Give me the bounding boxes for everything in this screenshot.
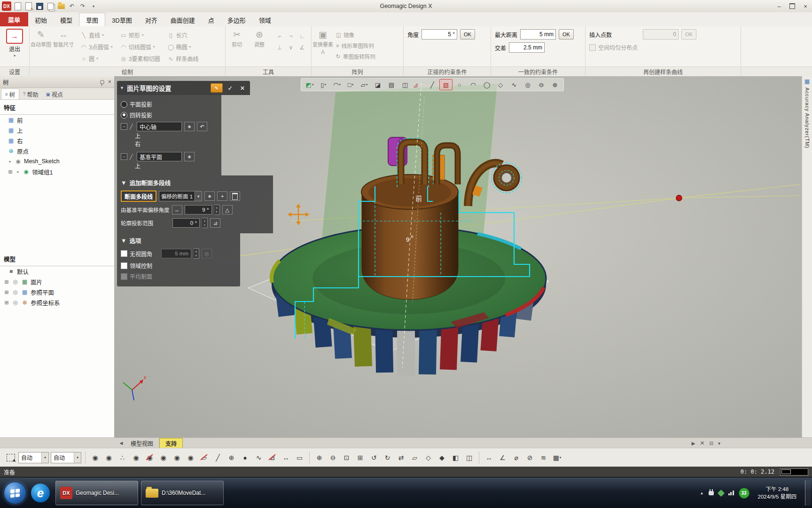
tab-3dsketch[interactable]: 3D草图 bbox=[105, 13, 139, 26]
tab-initial[interactable]: 初始 bbox=[28, 13, 54, 26]
average-section-checkbox[interactable] bbox=[121, 273, 127, 280]
tab-model[interactable]: 模型 bbox=[54, 13, 79, 26]
toggle-axis-visibility-icon[interactable]: ╱ bbox=[212, 452, 224, 463]
respline-ok-button[interactable]: OK bbox=[681, 29, 696, 40]
selection-mode-dropdown[interactable]: 自动▾ bbox=[51, 452, 81, 463]
line-snap-icon[interactable]: ╱ bbox=[426, 79, 439, 90]
undo-axis-button[interactable]: ↶ bbox=[197, 122, 207, 131]
tab-align[interactable]: 对齐 bbox=[139, 13, 164, 26]
region-control-checkbox[interactable] bbox=[121, 262, 127, 269]
split-view-icon[interactable]: ⊟ bbox=[710, 441, 713, 446]
offset-section-dropdown[interactable]: 偏移的断面 1 ▼ bbox=[159, 191, 202, 201]
previous-view-icon[interactable]: ↺ bbox=[368, 452, 380, 463]
plane-view-icon[interactable]: ▱▾ bbox=[358, 79, 371, 90]
add-section-button[interactable]: + bbox=[217, 191, 227, 201]
axis-entity-2[interactable]: 右 bbox=[117, 141, 221, 149]
arc-view-icon[interactable]: ◠▾ bbox=[330, 79, 344, 90]
toggle-label-visibility-icon[interactable]: ▭ bbox=[294, 452, 305, 463]
tab-polygon[interactable]: 多边形 bbox=[221, 13, 252, 26]
transform-entities-button[interactable]: ▣ 变换要素 A bbox=[312, 30, 334, 66]
smart-dimension-button[interactable]: ↔ 智能尺寸 bbox=[52, 30, 75, 66]
network-icon[interactable] bbox=[728, 491, 734, 495]
line-tool[interactable]: ╲直线▾ bbox=[80, 29, 113, 41]
auto-sketch-button[interactable]: ✎ 自动草图 bbox=[30, 30, 52, 66]
tree-item-ref-planes[interactable]: ⊞◎▦参照平面 bbox=[0, 287, 114, 297]
extend-icon[interactable]: ¬ bbox=[286, 31, 296, 41]
tree-item-mesh[interactable]: ⊞◎▦面片 bbox=[0, 277, 114, 287]
start-button[interactable] bbox=[4, 482, 26, 504]
redo-icon[interactable]: ↷ bbox=[78, 2, 87, 10]
radio-plane-projection[interactable] bbox=[121, 101, 127, 108]
zoom-in-icon[interactable]: ⊕ bbox=[313, 452, 325, 463]
toggle-solid-visibility-icon[interactable]: ◉ bbox=[185, 452, 196, 463]
quick-access-caret-icon[interactable]: ▾ bbox=[89, 2, 98, 10]
tab-tree[interactable]: ≡树 bbox=[1, 88, 19, 99]
right-plane-icon[interactable]: ◫ bbox=[398, 79, 412, 90]
tangent-arc-tool[interactable]: ◠切线圆弧▾ bbox=[120, 41, 160, 53]
offset-angle-input[interactable]: 9 ° bbox=[185, 205, 212, 214]
toggle-plane-visibility-icon[interactable]: ▱ bbox=[198, 452, 210, 463]
power-icon[interactable] bbox=[709, 491, 714, 495]
cross-input[interactable]: 2.5 mm bbox=[509, 42, 545, 53]
collapse-icon[interactable]: ▼ bbox=[120, 86, 124, 90]
range-spinner[interactable]: ▴▾ bbox=[202, 218, 208, 228]
polygon-snap-icon[interactable]: ◇ bbox=[494, 79, 507, 90]
preview-icon[interactable]: ✎ bbox=[211, 83, 223, 93]
plane-projection-option[interactable]: 平面投影 bbox=[117, 99, 221, 110]
exit-button[interactable]: → 退出 ▾ bbox=[6, 29, 23, 66]
adjust-button[interactable]: ⊛ 调整 bbox=[248, 30, 271, 66]
close-view-icon[interactable]: ✕ bbox=[700, 440, 705, 446]
pin-icon[interactable] bbox=[100, 80, 104, 84]
app-logo-icon[interactable]: DX bbox=[2, 1, 11, 11]
center-axis-field[interactable]: 中心轴 bbox=[137, 122, 182, 131]
coincident-ok-button[interactable]: OK bbox=[559, 29, 574, 40]
spline-snap-icon[interactable]: ∿ bbox=[508, 79, 521, 90]
taskbar-app-folder[interactable]: D:\360MoveDat... bbox=[141, 481, 224, 505]
accuracy-analyzer-strip[interactable]: ▦ Accuracy Analyzer(TM) bbox=[802, 76, 812, 437]
section-view-icon[interactable]: ◪ bbox=[371, 79, 384, 90]
taskbar-app-geomagic[interactable]: DX Geomagic Desi... bbox=[55, 481, 138, 505]
view-options-caret-icon[interactable]: ▾ bbox=[718, 441, 720, 446]
toggle-polyline-visibility-icon[interactable]: ∿ bbox=[253, 452, 265, 463]
rotate-pattern-button[interactable]: ↻草图旋转阵列 bbox=[336, 51, 375, 62]
iso-view-icon[interactable]: ◇ bbox=[422, 452, 434, 463]
tab-support[interactable]: 支持 bbox=[159, 438, 183, 449]
rotate-view-icon[interactable]: ↻ bbox=[382, 452, 393, 463]
toggle-pointcloud-visibility-icon[interactable]: ∴ bbox=[117, 452, 128, 463]
plane-entity-1[interactable]: 上 bbox=[117, 163, 221, 171]
dialog-title-bar[interactable]: ▼ 面片草图的设置 ✎ ✓ ✕ bbox=[117, 81, 250, 95]
insert-points-input[interactable]: 0 bbox=[643, 29, 679, 40]
tree-item-right[interactable]: ▦右 bbox=[0, 135, 114, 146]
fillet-size-spinner[interactable]: ▴▾ bbox=[194, 248, 199, 259]
tab-point[interactable]: 点 bbox=[202, 13, 221, 26]
fillet-detect-button[interactable]: ◎ bbox=[202, 249, 212, 258]
tree-item-default[interactable]: ■默认 bbox=[0, 266, 114, 277]
edge-browser-icon[interactable]: e bbox=[31, 484, 50, 502]
shaded-mode-icon[interactable]: ◧ bbox=[450, 452, 461, 463]
ellipse-tool[interactable]: ◯椭圆▾ bbox=[167, 41, 198, 53]
offset-angle-spinner[interactable]: ▴▾ bbox=[214, 205, 220, 215]
delete-section-button[interactable] bbox=[230, 191, 240, 201]
range-measure-button[interactable]: ⊿ bbox=[210, 218, 220, 228]
ellipse-snap-icon[interactable]: ◯ bbox=[480, 79, 493, 90]
radio-revolve-projection[interactable] bbox=[121, 112, 127, 119]
options-header[interactable]: ▼ 选项 bbox=[117, 233, 240, 247]
dialog-cancel-icon[interactable]: ✕ bbox=[238, 84, 247, 92]
pan-view-icon[interactable]: ⇄ bbox=[395, 452, 407, 463]
minimize-button[interactable]: – bbox=[773, 0, 786, 12]
rect-select-icon[interactable]: ▧ bbox=[439, 79, 453, 90]
slot-tool[interactable]: ▯长穴 bbox=[167, 29, 198, 41]
toggle-mesh-visibility-icon[interactable]: ◉ bbox=[103, 452, 115, 463]
panel-close-icon[interactable]: × bbox=[108, 79, 111, 85]
zoom-window-icon[interactable]: ⊞ bbox=[354, 452, 366, 463]
revolve-projection-option[interactable]: 回转投影 bbox=[117, 110, 221, 120]
arc-snap-icon[interactable]: ◠ bbox=[467, 79, 480, 90]
tab-menu[interactable]: 菜单 bbox=[0, 12, 28, 26]
tray-expand-icon[interactable]: ▲ bbox=[700, 491, 704, 495]
mesh-deviation-icon[interactable]: ≋ bbox=[538, 452, 549, 463]
box-view-icon[interactable]: □▾ bbox=[344, 79, 357, 90]
toggle-body-visibility-icon[interactable]: ◉ bbox=[89, 452, 101, 463]
measure-section-icon[interactable]: ⊘ bbox=[524, 452, 536, 463]
collapse-box-icon[interactable]: − bbox=[121, 123, 127, 130]
tab-sketch[interactable]: 草图 bbox=[79, 13, 105, 26]
